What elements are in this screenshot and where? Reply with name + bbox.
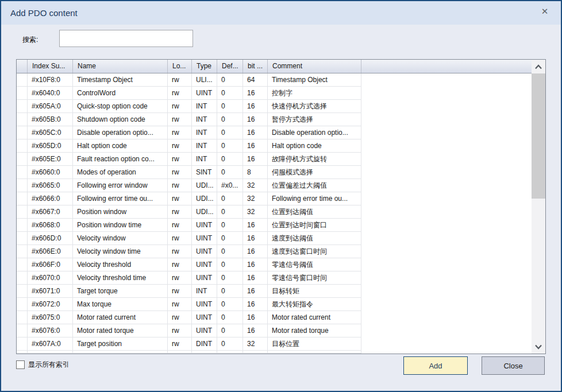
table-row[interactable]: #x6065:0Following error windowrwUDI...#x… xyxy=(17,179,532,192)
scrollbar-thumb[interactable] xyxy=(532,73,545,199)
table-row[interactable]: #x605B:0Shutdown option coderwINT016暂停方式… xyxy=(17,113,532,126)
table-cell: INT xyxy=(192,126,217,139)
table-row[interactable]: #x6060:0Modes of operationrwSINT08伺服模式选择 xyxy=(17,166,532,179)
table-cell: SINT xyxy=(192,166,217,179)
table-row[interactable]: #x606D:0Velocity windowrwUINT016速度到达阈值 xyxy=(17,232,532,245)
table-cell: 16 xyxy=(243,126,268,139)
table-cell: 16 xyxy=(243,245,268,258)
column-header-index[interactable]: Index Su... xyxy=(28,60,73,73)
table-row[interactable]: #x6071:0Target torquerwINT016目标转矩 xyxy=(17,285,532,298)
table-cell: UINT xyxy=(192,87,217,100)
table-cell: 16 xyxy=(243,87,268,100)
table-row[interactable]: #x6072:0Max torquerwUINT016最大转矩指令 xyxy=(17,298,532,311)
table-cell: rw xyxy=(168,311,192,324)
table-cell: 0 xyxy=(217,285,243,298)
dialog-titlebar: Add PDO content ✕ xyxy=(1,1,561,25)
row-indicator xyxy=(17,100,28,113)
table-cell: 0 xyxy=(217,245,243,258)
table-row[interactable]: #x607A:0Target positionrwDINT032目标位置 xyxy=(17,337,532,351)
table-row[interactable]: #x605C:0Disable operation optio...rwINT0… xyxy=(17,126,532,139)
table-cell: 16 xyxy=(243,139,268,153)
column-header-comment[interactable]: Comment xyxy=(268,60,361,73)
table-row[interactable]: #x6067:0Position windowrwUDI...032位置到达阈值 xyxy=(17,205,532,219)
column-header-type[interactable]: Type xyxy=(192,60,217,73)
table-cell-filler xyxy=(361,113,532,126)
table-cell-filler xyxy=(361,126,532,139)
table-cell: Velocity window time xyxy=(73,245,168,258)
table-row[interactable]: #x10F8:0Timestamp ObjectrwULI...064Times… xyxy=(17,73,532,87)
table-row[interactable]: #x6040:0ControlWordrwUINT016控制字 xyxy=(17,87,532,100)
table-cell: 16 xyxy=(243,219,268,232)
column-header-lo[interactable]: Lo... xyxy=(168,60,192,73)
table-row[interactable]: #x6068:0Position window timerwUINT016位置到… xyxy=(17,219,532,232)
table-cell: 0 xyxy=(217,219,243,232)
table-cell: UINT xyxy=(192,311,217,324)
table-cell: 32 xyxy=(243,179,268,192)
table-cell: Max torque xyxy=(73,298,168,311)
table-cell: UINT xyxy=(192,232,217,245)
scroll-up-button[interactable] xyxy=(532,60,545,73)
table-cell: 0 xyxy=(217,139,243,153)
table-row[interactable]: #x605E:0Fault reaction option co...rwINT… xyxy=(17,153,532,166)
table-cell-filler xyxy=(361,100,532,113)
table-cell: rw xyxy=(168,126,192,139)
table-row[interactable]: #x6066:0Following error time ou...rwUDI.… xyxy=(17,192,532,205)
row-indicator xyxy=(17,232,28,245)
table-cell: #x6067:0 xyxy=(28,205,73,219)
table-cell: #x6071:0 xyxy=(28,285,73,298)
scroll-down-button[interactable] xyxy=(532,340,545,354)
table-cell-filler xyxy=(361,192,532,205)
table-cell-filler xyxy=(361,337,532,351)
table-row[interactable]: #x605A:0Quick-stop option coderwINT016快速… xyxy=(17,100,532,113)
table-row[interactable]: #x605D:0Halt option coderwINT016Halt opt… xyxy=(17,139,532,153)
table-cell: ControlWord xyxy=(73,87,168,100)
column-header-bit[interactable]: bit ... xyxy=(243,60,268,73)
vertical-scrollbar[interactable] xyxy=(532,60,545,354)
table-cell: 伺服模式选择 xyxy=(268,166,361,179)
table-cell: 64 xyxy=(243,73,268,87)
table-cell: rw xyxy=(168,100,192,113)
table-cell: #x606E:0 xyxy=(28,245,73,258)
column-header-def[interactable]: Def... xyxy=(217,60,243,73)
column-header-name[interactable]: Name xyxy=(73,60,168,73)
table-cell-filler xyxy=(361,219,532,232)
table-cell: 8 xyxy=(243,166,268,179)
table-cell: rw xyxy=(168,153,192,166)
table-cell: rw xyxy=(168,258,192,271)
table-cell: Motor rated current xyxy=(73,311,168,324)
table-cell-filler xyxy=(361,245,532,258)
table-cell: #x605B:0 xyxy=(28,113,73,126)
table-cell: 0 xyxy=(217,298,243,311)
table-row[interactable]: #x6075:0Motor rated currentrwUINT016Moto… xyxy=(17,311,532,324)
column-header-filler xyxy=(361,60,532,73)
table-row[interactable]: #x6070:0Velocity threshold timerwUINT016… xyxy=(17,271,532,285)
search-input[interactable] xyxy=(59,30,193,47)
table-cell: Target position xyxy=(73,337,168,351)
table-cell: #x6076:0 xyxy=(28,324,73,337)
table-row[interactable]: #x606E:0Velocity window timerwUINT016速度到… xyxy=(17,245,532,258)
table-cell: 0 xyxy=(217,153,243,166)
show-all-indexes-checkbox[interactable] xyxy=(16,360,25,369)
table-cell: 0 xyxy=(217,113,243,126)
table-cell: UINT xyxy=(192,245,217,258)
row-indicator xyxy=(17,311,28,324)
table-cell: 16 xyxy=(243,113,268,126)
table-row[interactable]: #x606F:0Velocity thresholdrwUINT016零速信号阈… xyxy=(17,258,532,271)
table-cell: UDI... xyxy=(192,192,217,205)
table-cell xyxy=(217,351,243,354)
table-row[interactable]: #x6076:0Motor rated torquerwUINT016Motor… xyxy=(17,324,532,337)
table-cell xyxy=(168,351,192,354)
table-cell: Motor rated torque xyxy=(73,324,168,337)
close-icon[interactable]: ✕ xyxy=(538,5,552,18)
table-cell: Halt option code xyxy=(73,139,168,153)
table-cell: 0 xyxy=(217,258,243,271)
close-button[interactable]: Close xyxy=(482,356,545,375)
table-cell-filler xyxy=(361,324,532,337)
table-cell: Following error time ou... xyxy=(268,192,361,205)
table-cell: DINT xyxy=(192,337,217,351)
table-cell: Disable operation optio... xyxy=(268,126,361,139)
add-button[interactable]: Add xyxy=(403,356,468,375)
row-indicator xyxy=(17,153,28,166)
table-cell: 32 xyxy=(243,192,268,205)
table-cell: INT xyxy=(192,113,217,126)
